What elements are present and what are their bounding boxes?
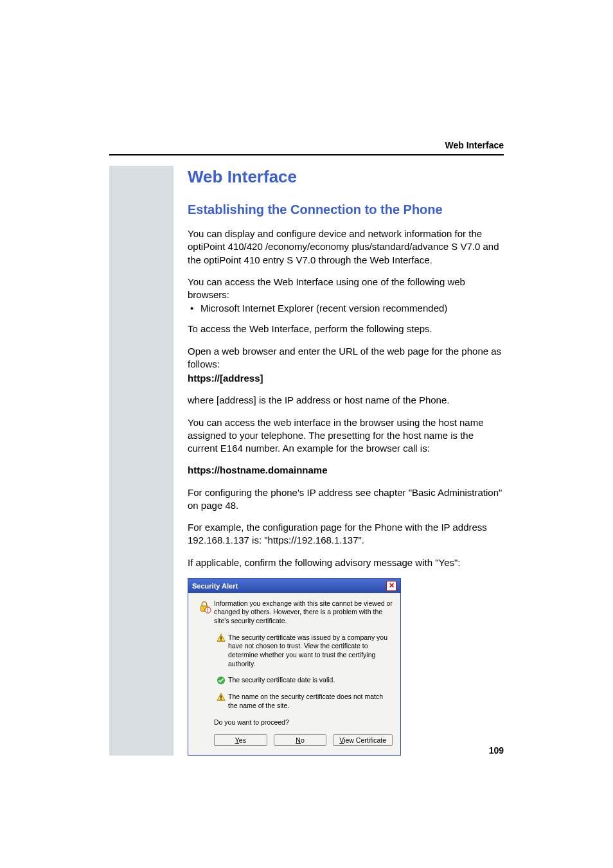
dialog-proceed-text: Do you want to proceed? bbox=[214, 718, 393, 727]
page-title: Web Interface bbox=[188, 167, 504, 187]
svg-rect-7 bbox=[220, 699, 221, 700]
bullet-item: Microsoft Internet Explorer (recent vers… bbox=[188, 303, 504, 314]
dialog-item-text: The security certificate date is valid. bbox=[228, 676, 393, 685]
dialog-item-text: The security certificate was issued by a… bbox=[228, 633, 393, 669]
paragraph: where [address] is the IP address or hos… bbox=[188, 394, 504, 407]
main-content: Web Interface Establishing the Connectio… bbox=[188, 166, 504, 756]
paragraph: You can display and configure device and… bbox=[188, 227, 504, 267]
check-icon bbox=[217, 676, 226, 685]
section-title: Establishing the Connection to the Phone bbox=[188, 202, 504, 217]
svg-rect-6 bbox=[220, 696, 221, 698]
warning-icon bbox=[217, 693, 226, 702]
paragraph: You can access the Web Interface using o… bbox=[188, 276, 504, 302]
paragraph: To access the Web Interface, perform the… bbox=[188, 323, 504, 335]
url-example: https://hostname.domainname bbox=[188, 464, 504, 477]
svg-text:!: ! bbox=[207, 607, 208, 613]
dialog-intro-text: Information you exchange with this site … bbox=[214, 599, 393, 626]
dialog-button-row: Yes No View Certificate bbox=[214, 734, 393, 746]
yes-button[interactable]: Yes bbox=[214, 734, 267, 746]
paragraph: For configuring the phone's IP address s… bbox=[188, 486, 504, 513]
svg-rect-4 bbox=[220, 639, 221, 640]
running-header: Web Interface bbox=[109, 140, 504, 155]
warning-icon bbox=[217, 633, 226, 642]
dialog-title-text: Security Alert bbox=[192, 582, 238, 590]
paragraph: Open a web browser and enter the URL of … bbox=[188, 345, 504, 371]
lock-warning-icon: ! bbox=[197, 599, 211, 614]
svg-rect-3 bbox=[220, 636, 221, 639]
dialog-title-bar: Security Alert ✕ bbox=[188, 579, 400, 593]
paragraph: For example, the configuration page for … bbox=[188, 521, 504, 547]
page-number: 109 bbox=[489, 745, 504, 756]
left-margin-bar bbox=[109, 166, 173, 756]
paragraph: You can access the web interface in the … bbox=[188, 416, 504, 456]
view-certificate-button[interactable]: View Certificate bbox=[333, 734, 393, 746]
dialog-item-text: The name on the security certificate doe… bbox=[228, 693, 393, 710]
no-button[interactable]: No bbox=[274, 734, 327, 746]
close-icon[interactable]: ✕ bbox=[386, 581, 396, 591]
security-alert-dialog: Security Alert ✕ ! Informa bbox=[188, 578, 401, 756]
paragraph: If applicable, confirm the following adv… bbox=[188, 556, 504, 569]
url-example: https://[address] bbox=[188, 372, 504, 385]
